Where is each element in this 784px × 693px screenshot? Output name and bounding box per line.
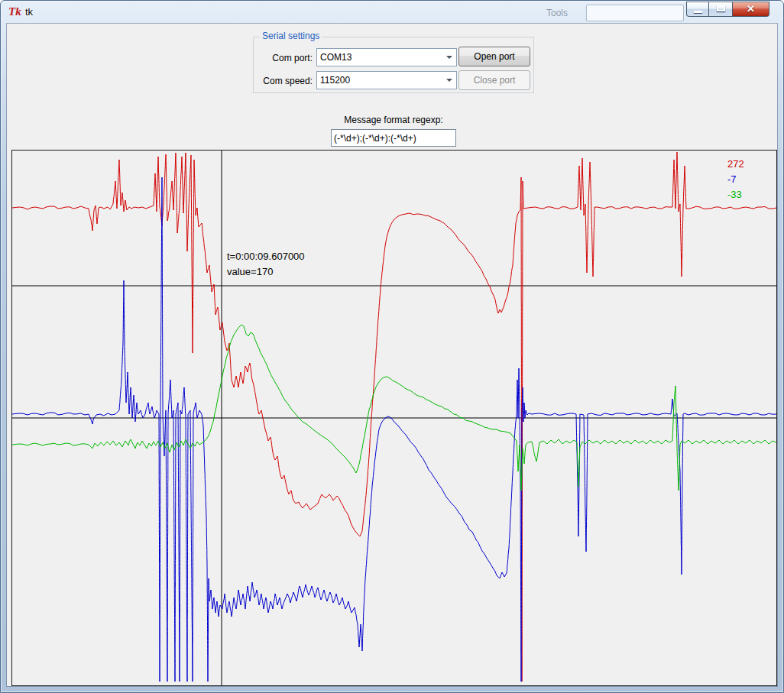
legend-value-red: 272	[727, 158, 744, 170]
open-port-button[interactable]: Open port	[458, 47, 530, 66]
chevron-down-icon	[442, 72, 456, 89]
com-speed-combobox[interactable]: 115200	[316, 71, 457, 89]
cursor-readout-1: t=0:00:09.607000	[227, 251, 305, 262]
com-port-value: COM13	[320, 49, 441, 66]
titlebar-ghost-text: Tools	[546, 8, 568, 18]
chevron-down-icon	[442, 49, 456, 66]
maximize-icon	[717, 5, 725, 11]
message-format-label: Message format regexp:	[316, 115, 471, 125]
close-button[interactable]: ✕	[732, 2, 769, 17]
com-port-label: Com port:	[253, 53, 313, 63]
serial-settings-frame-label: Serial settings	[260, 31, 322, 41]
trace-green	[12, 325, 776, 491]
window: Tk tk Tools ✕ Serial settings Com port: …	[0, 0, 784, 693]
close-icon: ✕	[747, 3, 755, 15]
close-port-button[interactable]: Close port	[458, 70, 530, 90]
com-port-combobox[interactable]: COM13	[316, 48, 457, 66]
titlebar-ghost-searchbox	[586, 5, 684, 21]
trace-blue	[12, 177, 776, 682]
tk-logo-icon: Tk	[8, 5, 22, 18]
trace-red	[12, 152, 776, 682]
plot-canvas[interactable]: t=0:00:09.607000value=170272-7-33	[11, 150, 777, 686]
legend-value-blue: -7	[727, 173, 737, 185]
message-format-input[interactable]	[331, 129, 456, 147]
minimize-icon	[694, 11, 702, 13]
legend-value-green: -33	[727, 189, 742, 200]
com-speed-value: 115200	[320, 72, 441, 89]
com-speed-label: Com speed:	[250, 76, 313, 86]
cursor-readout-2: value=170	[227, 266, 273, 277]
window-controls: ✕	[686, 2, 769, 17]
minimize-button[interactable]	[686, 2, 709, 17]
titlebar[interactable]: Tk tk Tools ✕	[1, 1, 783, 24]
client-area: Serial settings Com port: COM13 Open por…	[7, 24, 777, 686]
window-title: tk	[25, 6, 33, 18]
maximize-button[interactable]	[709, 2, 732, 17]
